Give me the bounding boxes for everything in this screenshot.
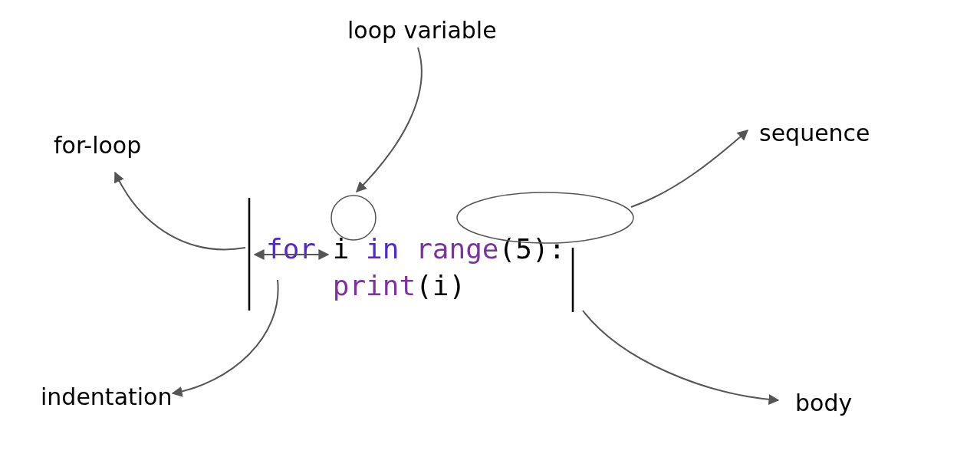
- arrow-loop-variable: [357, 48, 422, 192]
- tok-rpc: ):: [532, 233, 565, 265]
- arrow-indentation: [173, 280, 278, 393]
- label-for-loop: for-loop: [54, 132, 141, 159]
- code-line-2: print(i): [266, 238, 465, 301]
- label-sequence: sequence: [759, 120, 870, 146]
- tok-print: print: [333, 270, 416, 301]
- tok-lparen2: (: [416, 270, 432, 301]
- label-body: body: [795, 390, 852, 416]
- tok-indent: [266, 270, 333, 301]
- arrow-body: [583, 311, 778, 400]
- tok-i2: i: [432, 270, 449, 301]
- tok-lparen: (: [499, 233, 516, 265]
- tok-rparen2: ): [449, 270, 465, 301]
- arrow-for-loop: [115, 173, 245, 249]
- label-indentation: indentation: [41, 383, 172, 410]
- label-loop-variable: loop variable: [347, 17, 497, 44]
- tok-five: 5: [515, 233, 532, 265]
- diagram-stage: loop variable for-loop sequence indentat…: [0, 0, 980, 457]
- arrow-sequence: [631, 130, 748, 207]
